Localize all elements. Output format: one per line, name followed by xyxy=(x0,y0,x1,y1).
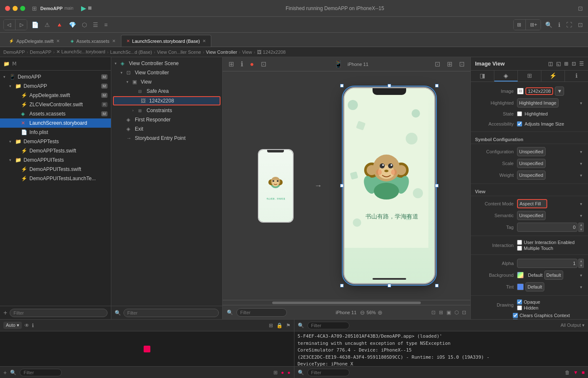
warnings-icon[interactable]: ⚠ xyxy=(43,20,52,30)
sidebar-item-zlcvc[interactable]: ⚡ ZLCViewController.swift R xyxy=(0,100,111,109)
outline-filter-input[interactable] xyxy=(123,309,219,317)
breadcrumb-item-0[interactable]: DemoAPP xyxy=(3,50,25,55)
console-left-filter[interactable] xyxy=(20,369,62,376)
console-action-1[interactable]: ⊞ xyxy=(273,370,278,375)
sidebar-filter-input[interactable] xyxy=(10,309,108,317)
breadcrumb-item-3[interactable]: LaunchSc...d (Base) xyxy=(110,50,152,55)
outline-item-exit[interactable]: ◈ Exit xyxy=(111,124,222,134)
canvas-icon-1[interactable]: ⊞ xyxy=(227,59,236,69)
handle-bottom-center[interactable] xyxy=(388,284,391,287)
canvas-icon-2[interactable]: ℹ xyxy=(239,59,245,69)
canvas-filter-input[interactable] xyxy=(236,308,287,317)
console-icon-flag[interactable]: ⚑ xyxy=(286,323,291,328)
tab-close-icon[interactable]: ✕ xyxy=(56,39,60,43)
console-action-3[interactable]: ● xyxy=(287,370,290,375)
insp-tab-2[interactable]: ◈ xyxy=(494,71,518,81)
user-interaction-checkbox[interactable] xyxy=(517,240,522,245)
stop-icon[interactable]: ■ xyxy=(582,370,585,375)
handle-top-left[interactable] xyxy=(340,84,344,87)
image-btn[interactable]: ▼ xyxy=(555,87,564,96)
tab-close-assets-icon[interactable]: ✕ xyxy=(112,39,116,43)
outline-item-constraints[interactable]: › ⊞ Constraints xyxy=(111,106,222,115)
breadcrumb-item-2[interactable]: ✕ LaunchSc...toryboard xyxy=(56,49,105,55)
content-mode-select[interactable]: Aspect Fill Scale To Fill Aspect Fit Red… xyxy=(517,199,547,208)
inspector-icon-3[interactable]: ⊞ xyxy=(564,61,568,67)
inspector-icon-2[interactable]: ◱ xyxy=(556,61,561,67)
standard-editor-btn[interactable]: ⊞ xyxy=(514,20,525,30)
alpha-stepper-up[interactable]: ▲ xyxy=(578,259,584,263)
sidebar-item-infoplist[interactable]: 📄 Info.plist xyxy=(0,128,111,137)
add-file-button[interactable]: + xyxy=(3,309,7,317)
console-icon-eye[interactable]: 👁 xyxy=(24,323,29,328)
maximize-button[interactable] xyxy=(20,6,25,11)
configuration-select[interactable]: Unspecified xyxy=(517,147,546,156)
outline-item-vc[interactable]: ▾ ⊡ View Controller xyxy=(111,68,222,77)
sidebar-item-demoapp-root[interactable]: ▾ 📱 DemoAPP M xyxy=(0,72,111,81)
outline-item-view[interactable]: ▾ ▣ View xyxy=(111,77,222,87)
zoom-out-icon[interactable]: ⊖ xyxy=(360,309,365,316)
breakpoint-icon[interactable]: 💎 xyxy=(67,20,78,30)
insp-tab-3[interactable]: ⊞ xyxy=(518,71,541,81)
thread-icon[interactable]: ≡ xyxy=(102,20,109,30)
sidebar-item-launchscreen[interactable]: ✕ LaunchScreen.storyboard xyxy=(0,118,111,128)
tag-stepper-up[interactable]: ▲ xyxy=(578,223,584,227)
breadcrumb-item-7[interactable]: 🖼 1242x2208 xyxy=(257,50,286,55)
zoom-in-icon[interactable]: ⊕ xyxy=(378,309,383,316)
sidebar-item-demoapp-uitests-swift[interactable]: ⚡ DemoAPPUITests.swift xyxy=(0,165,111,174)
inspector-icon-5[interactable]: ☰ xyxy=(579,61,584,67)
weight-select[interactable]: Unspecified xyxy=(517,171,546,180)
opaque-checkbox[interactable] xyxy=(517,299,522,304)
run-config-icon[interactable]: ⊡ xyxy=(576,20,585,30)
canvas-btn-1[interactable]: ⊡ xyxy=(431,310,436,315)
console-icon-grid[interactable]: ⊞ xyxy=(269,323,273,328)
tab-launchscreen[interactable]: ✕ LaunchScreen.storyboard (Base) ✕ xyxy=(121,35,211,47)
semantic-select[interactable]: Unspecified xyxy=(517,211,546,220)
outline-item-image[interactable]: 🖼 1242x2208 xyxy=(113,96,220,105)
tag-stepper-down[interactable]: ▼ xyxy=(578,227,584,232)
breadcrumb-item-1[interactable]: DemoAPP xyxy=(30,50,51,55)
sidebar-item-demoapp-uitests-launch[interactable]: ⚡ DemoAPPUITestsLaunchTe... xyxy=(0,174,111,183)
memory-icon[interactable]: ⬡ xyxy=(80,20,89,30)
console-add-btn[interactable]: + xyxy=(3,369,7,376)
handle-top-center[interactable] xyxy=(388,84,391,87)
cpu-icon[interactable]: ☰ xyxy=(91,20,100,30)
storyboard-canvas[interactable]: 书山有路，学海有道 → xyxy=(223,71,470,300)
stop-button[interactable]: ■ xyxy=(88,4,92,12)
sidebar-item-demoapp-uitests[interactable]: ▾ 📁 DemoAPPUITests xyxy=(0,155,111,165)
tint-select[interactable]: Default xyxy=(525,282,544,291)
canvas-icon-3[interactable]: ● xyxy=(248,60,256,69)
breadcrumb-item-6[interactable]: View xyxy=(242,50,252,55)
forward-button[interactable]: ▷ xyxy=(16,20,27,30)
alpha-stepper-down[interactable]: ▼ xyxy=(578,263,584,268)
debug-icon[interactable]: ⛶ xyxy=(564,20,574,30)
error-icon[interactable]: 🔺 xyxy=(54,20,65,30)
handle-top-right[interactable] xyxy=(435,84,438,87)
run-button[interactable]: ▶ xyxy=(81,4,86,12)
scroll-down-icon[interactable]: ▼ xyxy=(573,370,578,375)
console-right-filter[interactable] xyxy=(307,322,349,329)
outline-item-safe-area[interactable]: ⊟ Safe Area xyxy=(111,87,222,96)
canvas-icon-4[interactable]: ⊡ xyxy=(259,59,268,69)
breadcrumb-item-4[interactable]: View Con...ller Scene xyxy=(157,50,201,55)
inspectors-icon[interactable]: ℹ xyxy=(556,20,562,30)
canvas-icon-8[interactable]: ⊡ xyxy=(457,59,466,69)
canvas-icon-5[interactable]: 📱 xyxy=(333,59,344,69)
console-action-2[interactable]: ● xyxy=(281,370,284,375)
sidebar-item-demoapp-tests[interactable]: ▾ 📁 DemoAPPTests xyxy=(0,137,111,146)
sidebar-toggle-icon[interactable]: ⊞ xyxy=(32,5,37,12)
sidebar-item-demoapp-tests-swift[interactable]: ⚡ DemoAPPTests.swift xyxy=(0,146,111,155)
canvas-icon-6[interactable]: ⊡ xyxy=(433,59,442,69)
tab-assets[interactable]: ◈ Assets.xcassets ✕ xyxy=(65,35,121,47)
canvas-btn-4[interactable]: ⬡ xyxy=(454,310,459,315)
canvas-btn-2[interactable]: ⊞ xyxy=(439,310,443,315)
outline-item-vc-scene[interactable]: ▾ ◈ View Controller Scene xyxy=(111,59,222,68)
outline-item-first-responder[interactable]: ◈ First Responder xyxy=(111,115,222,124)
tint-color-swatch[interactable] xyxy=(517,284,524,290)
handle-middle-right[interactable] xyxy=(435,184,438,187)
inspector-icon-4[interactable]: ⊡ xyxy=(572,61,576,67)
highlighted-select[interactable]: Highlighted Image xyxy=(517,98,559,108)
tab-close-storyboard-icon[interactable]: ✕ xyxy=(202,39,206,43)
breadcrumb-item-5[interactable]: View Controller xyxy=(206,50,237,55)
scrollbar-thumb[interactable] xyxy=(272,302,421,304)
canvas-icon-7[interactable]: ⊞ xyxy=(445,59,454,69)
